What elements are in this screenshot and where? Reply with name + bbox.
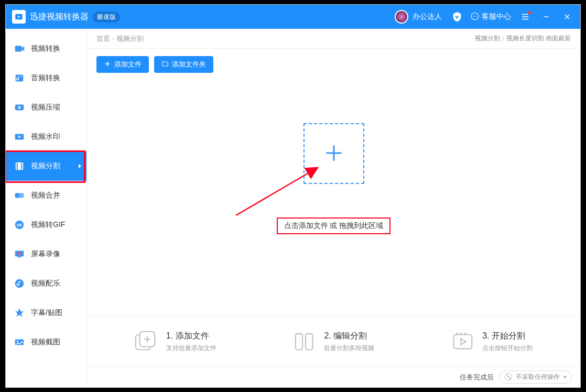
drop-hint-label: 点击添加文件 或 拖拽到此区域 [277, 217, 391, 234]
step-title: 1. 添加文件 [166, 331, 216, 342]
sidebar-item-video-music[interactable]: 视频配乐 [6, 269, 86, 298]
video-watermark-icon [13, 130, 26, 143]
sidebar-item-video-screenshot[interactable]: 视频截图 [6, 328, 86, 357]
video-split-icon [13, 160, 26, 172]
video-compress-icon [13, 101, 26, 114]
task-done-label: 任务完成后 [460, 373, 494, 382]
support-link[interactable]: 客服中心 [470, 12, 511, 23]
plus-icon [104, 60, 111, 69]
sidebar-item-video-convert[interactable]: 视频转换 [6, 34, 86, 63]
svg-point-3 [473, 16, 474, 17]
sidebar-item-label: 视频配乐 [31, 279, 60, 288]
main-panel: 首页 › 视频分割 视频分割：视频长度切割 画面裁剪 添加文件 添加文 [87, 29, 580, 387]
screen-record-icon [13, 248, 26, 260]
sidebar-item-video-split[interactable]: 视频分割 [6, 151, 86, 181]
user-avatar[interactable] [395, 10, 408, 24]
folder-icon [161, 60, 169, 69]
menu-button[interactable] [518, 10, 532, 24]
svg-rect-37 [454, 334, 472, 349]
add-file-button[interactable]: 添加文件 [96, 56, 149, 73]
video-to-gif-icon: GIF [13, 219, 26, 231]
sidebar-item-label: 屏幕录像 [31, 249, 60, 259]
sidebar: 视频转换 音频转换 视频压缩 视频水印 视频分割 视频合并 [6, 29, 87, 387]
svg-rect-35 [296, 333, 302, 350]
sidebar-item-label: 视频水印 [31, 132, 60, 141]
video-screenshot-icon [13, 336, 26, 349]
step-edit-split: 2. 编辑分割 批量分割多段视频 [292, 331, 374, 353]
step-sub: 支持批量添加文件 [166, 344, 216, 353]
svg-point-19 [22, 166, 23, 167]
sidebar-item-label: 视频转换 [31, 44, 60, 53]
chat-icon [470, 12, 480, 23]
sidebar-item-label: 视频合并 [31, 191, 60, 200]
sidebar-item-audio-convert[interactable]: 音频转换 [6, 63, 86, 93]
svg-point-20 [22, 168, 23, 169]
edition-badge: 极速版 [93, 12, 120, 23]
svg-point-18 [22, 164, 23, 165]
svg-rect-36 [306, 333, 312, 350]
step-title: 3. 开始分割 [482, 331, 533, 342]
sidebar-item-label: 视频分割 [31, 161, 60, 171]
sidebar-item-video-watermark[interactable]: 视频水印 [6, 122, 86, 151]
steps-row: 1. 添加文件 支持批量添加文件 2. 编辑分割 批量分割多段视频 [87, 316, 580, 366]
plus-large-icon [322, 141, 345, 166]
app-title: 迅捷视频转换器 [30, 12, 89, 23]
svg-rect-26 [18, 257, 21, 258]
step-add-file: 1. 添加文件 支持批量添加文件 [135, 331, 216, 353]
svg-rect-6 [15, 46, 22, 52]
svg-rect-22 [19, 193, 24, 198]
body: 视频转换 音频转换 视频压缩 视频水印 视频分割 视频合并 [6, 29, 580, 387]
step-edit-split-icon [292, 331, 317, 352]
drop-box[interactable] [303, 123, 364, 184]
breadcrumb-separator-icon: › [112, 35, 114, 42]
svg-point-11 [19, 107, 20, 108]
titlebar: 迅捷视频转换器 极速版 办公达人 客服中心 [6, 5, 580, 29]
support-label: 客服中心 [482, 12, 511, 21]
video-convert-icon [13, 42, 26, 55]
subtitle-sticker-icon [13, 307, 26, 319]
minimize-button[interactable] [539, 10, 553, 24]
sidebar-item-video-merge[interactable]: 视频合并 [6, 181, 86, 210]
breadcrumb-root[interactable]: 首页 [96, 34, 110, 43]
sidebar-item-video-compress[interactable]: 视频压缩 [6, 93, 86, 122]
sidebar-item-screen-record[interactable]: 屏幕录像 [6, 239, 86, 269]
vip-shield-icon[interactable] [451, 11, 463, 23]
footer: 任务完成后 不采取任何操作 [87, 366, 580, 387]
svg-point-16 [16, 166, 17, 167]
username[interactable]: 办公达人 [413, 12, 442, 21]
svg-point-4 [474, 16, 475, 17]
svg-text:GIF: GIF [17, 223, 23, 227]
video-music-icon [13, 277, 26, 290]
step-title: 2. 编辑分割 [324, 331, 374, 342]
breadcrumb-current: 视频分割 [116, 34, 144, 43]
audio-convert-icon [13, 72, 26, 84]
post-task-action-select[interactable]: 不采取任何操作 [499, 371, 572, 384]
svg-point-27 [18, 252, 21, 255]
app-logo-icon [12, 10, 26, 24]
svg-point-17 [16, 168, 17, 169]
drop-area[interactable]: 点击添加文件 或 拖拽到此区域 [87, 73, 580, 316]
svg-marker-7 [22, 46, 25, 51]
notification-dot-icon [528, 11, 531, 14]
sidebar-item-video-to-gif[interactable]: GIF 视频转GIF [6, 210, 86, 239]
post-task-action-value: 不采取任何操作 [516, 373, 560, 380]
breadcrumb-row: 首页 › 视频分割 视频分割：视频长度切割 画面裁剪 [87, 29, 580, 49]
add-folder-label: 添加文件夹 [172, 60, 206, 69]
app-window: 迅捷视频转换器 极速版 办公达人 客服中心 视 [5, 4, 581, 388]
sidebar-item-label: 视频转GIF [31, 220, 65, 230]
step-start-split-icon [451, 331, 475, 352]
no-action-icon [505, 373, 512, 380]
sidebar-item-subtitle-sticker[interactable]: 字幕/贴图 [6, 298, 86, 328]
step-sub: 点击按钮开始分割 [482, 344, 533, 353]
svg-point-15 [16, 164, 17, 165]
step-sub: 批量分割多段视频 [324, 344, 374, 353]
close-button[interactable] [560, 10, 574, 24]
add-file-label: 添加文件 [114, 60, 142, 69]
add-folder-button[interactable]: 添加文件夹 [154, 56, 213, 73]
svg-point-5 [476, 16, 477, 17]
sidebar-item-label: 字幕/贴图 [31, 308, 62, 318]
step-add-file-icon [135, 331, 159, 352]
sidebar-item-label: 视频截图 [31, 337, 60, 347]
step-start-split: 3. 开始分割 点击按钮开始分割 [451, 331, 533, 353]
svg-point-31 [17, 341, 18, 342]
